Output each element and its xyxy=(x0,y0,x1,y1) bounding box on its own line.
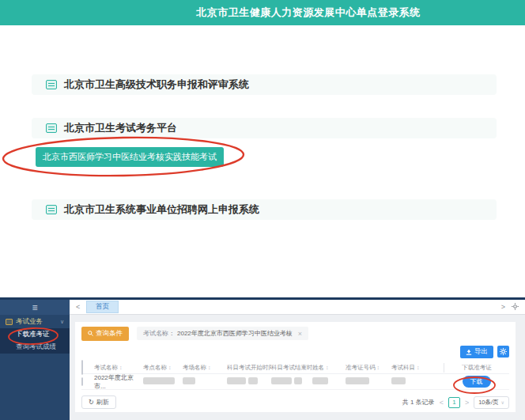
system-link-exam-platform[interactable]: 北京市卫生考试考务平台 xyxy=(32,118,497,138)
tab-settings-gear-icon[interactable] xyxy=(512,303,519,312)
prev-page-button[interactable]: < xyxy=(440,399,444,407)
search-icon xyxy=(88,331,93,336)
column-header-exam-name[interactable]: 考试名称↕ xyxy=(94,364,143,372)
main-area: < 首页 > 查询条件 考试名称： 2022年度北京市西医师学习中医结业考核 × xyxy=(70,300,525,420)
refresh-label: 刷新 xyxy=(96,398,109,407)
cell-site-redacted xyxy=(143,377,183,386)
filter-value: 2022年度北京市西医师学习中医结业考核 xyxy=(177,329,293,338)
table-row: 2022年度北京市... 下载 xyxy=(81,374,509,390)
column-header-start-time[interactable]: 科目考试开始时间↕ xyxy=(227,364,271,372)
page-title: 北京市卫生健康人力资源发展中心单点登录系统 xyxy=(196,6,421,20)
table-header-row: 考试名称↕ 考点名称↕ 考场名称↕ 科目考试开始时间↕ 科目考试结束时间↕ 姓名… xyxy=(81,361,509,374)
column-header-subject[interactable]: 考试科目↕ xyxy=(391,364,444,372)
sort-icon[interactable]: ↕ xyxy=(417,365,420,370)
system-link-senior-tech[interactable]: 北京市卫生高级技术职务申报和评审系统 xyxy=(32,74,497,95)
page-number-button[interactable]: 1 xyxy=(448,397,460,408)
sidebar-item-download-ticket[interactable]: 下载准考证 xyxy=(0,328,70,341)
column-header-end-time[interactable]: 科目考试结束时间↕ xyxy=(271,364,312,372)
export-icon xyxy=(466,349,472,355)
column-header-download: 下载准考证 xyxy=(444,363,509,373)
action-row: 导出 xyxy=(81,346,509,358)
document-icon xyxy=(46,80,57,89)
cell-name-redacted xyxy=(312,377,346,386)
export-button-label: 导出 xyxy=(474,347,488,357)
system-link-recruitment[interactable]: 北京市卫生系统事业单位招聘网上申报系统 xyxy=(32,199,497,220)
row-checkbox[interactable] xyxy=(81,377,83,386)
next-page-button[interactable]: > xyxy=(465,399,469,407)
portal-header: 北京市卫生健康人力资源发展中心单点登录系统 xyxy=(0,0,525,25)
pagination: 共 1 条记录 < 1 > 10条/页 ∨ xyxy=(402,396,509,409)
cell-ticket-redacted xyxy=(346,377,391,386)
sidebar-item-query-scores[interactable]: 查询考试成绩 xyxy=(0,341,70,354)
system-link-label: 北京市卫生考试考务平台 xyxy=(64,121,177,135)
record-count: 共 1 条记录 xyxy=(402,398,435,407)
sort-icon[interactable]: ↕ xyxy=(119,365,123,370)
sort-icon[interactable]: ↕ xyxy=(208,365,211,370)
table-settings-button[interactable] xyxy=(497,346,509,358)
sidebar-submenu: 下载准考证 查询考试成绩 xyxy=(0,328,70,354)
document-icon xyxy=(46,205,57,214)
chevron-down-icon: ∨ xyxy=(501,399,504,405)
column-header-site-name[interactable]: 考点名称↕ xyxy=(143,364,183,372)
cell-end-redacted xyxy=(271,377,312,386)
content-card: 查询条件 考试名称： 2022年度北京市西医师学习中医结业考核 × 导出 xyxy=(75,322,516,412)
download-button[interactable]: 下载 xyxy=(463,376,491,388)
hamburger-icon: ≡ xyxy=(32,302,37,313)
export-button[interactable]: 导出 xyxy=(460,346,493,358)
chevron-left-icon[interactable]: < xyxy=(76,303,80,311)
chevron-right-icon[interactable]: > xyxy=(501,303,505,311)
filter-row: 查询条件 考试名称： 2022年度北京市西医师学习中医结业考核 × xyxy=(81,327,509,340)
column-header-name[interactable]: 姓名↕ xyxy=(312,364,346,372)
cell-exam-name: 2022年度北京市... xyxy=(94,373,143,391)
refresh-button[interactable]: ↻ 刷新 xyxy=(81,395,116,409)
system-link-label: 北京市卫生高级技术职务申报和评审系统 xyxy=(64,78,249,92)
admin-panel: ≡ 考试业务 ∨ 下载准考证 查询考试成绩 < 首页 > 查询条件 xyxy=(0,297,525,420)
query-button-label: 查询条件 xyxy=(96,329,123,339)
table-footer: ↻ 刷新 共 1 条记录 < 1 > 10条/页 ∨ xyxy=(81,395,509,409)
filter-tag: 考试名称： 2022年度北京市西医师学习中医结业考核 × xyxy=(137,327,308,340)
cell-subject-redacted xyxy=(391,377,444,386)
sidebar-group-label: 考试业务 xyxy=(16,317,43,327)
sort-icon[interactable]: ↕ xyxy=(168,365,172,370)
exam-entry-button[interactable]: 北京市西医师学习中医结业考核实践技能考试 xyxy=(36,147,224,167)
sidebar: ≡ 考试业务 ∨ 下载准考证 查询考试成绩 xyxy=(0,300,70,420)
sidebar-collapse-button[interactable]: ≡ xyxy=(0,300,70,315)
sort-icon[interactable]: ↕ xyxy=(377,365,380,370)
filter-label: 考试名称： xyxy=(143,329,175,338)
column-header-ticket-number[interactable]: 准考证号码↕ xyxy=(346,364,391,372)
query-conditions-button[interactable]: 查询条件 xyxy=(81,327,129,341)
refresh-icon: ↻ xyxy=(89,399,94,406)
gear-icon xyxy=(500,348,507,355)
tab-home[interactable]: 首页 xyxy=(86,301,119,313)
page-size-select[interactable]: 10条/页 ∨ xyxy=(474,396,509,409)
chevron-down-icon: ∨ xyxy=(60,319,64,325)
cell-room-redacted xyxy=(183,377,227,386)
close-icon[interactable]: × xyxy=(298,330,302,338)
page-size-label: 10条/页 xyxy=(478,399,498,407)
tab-bar: < 首页 > xyxy=(70,300,525,315)
system-link-label: 北京市卫生系统事业单位招聘网上申报系统 xyxy=(64,202,259,217)
sidebar-group-exam[interactable]: 考试业务 ∨ xyxy=(0,315,70,328)
sort-icon[interactable]: ↕ xyxy=(326,365,329,370)
folder-icon xyxy=(6,319,13,325)
document-icon xyxy=(46,123,57,133)
column-header-room-name[interactable]: 考场名称↕ xyxy=(183,364,227,372)
select-all-checkbox[interactable] xyxy=(81,360,83,375)
cell-start-redacted xyxy=(227,377,271,386)
